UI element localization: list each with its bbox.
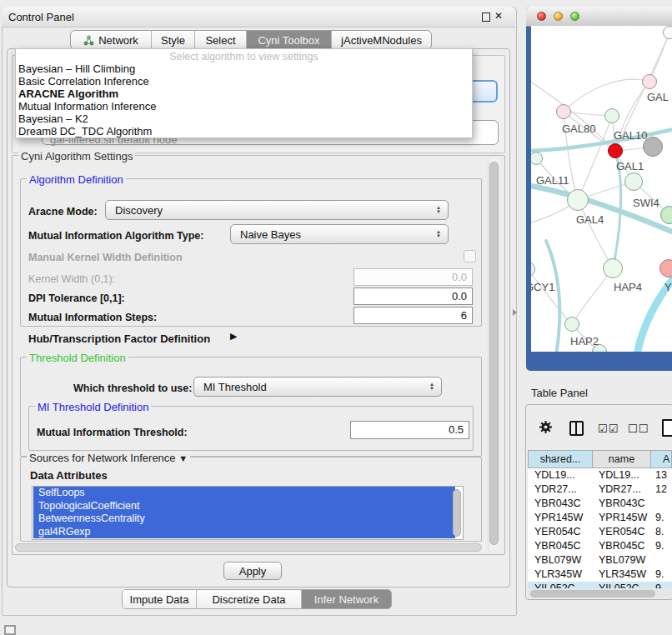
algorithm-option-highlighted[interactable]: ARACNE Algorithm bbox=[18, 88, 118, 100]
mi-threshold-field[interactable]: 0.5 bbox=[350, 421, 469, 439]
node-label: HAP4 bbox=[614, 281, 642, 293]
tab-impute-data[interactable]: Impute Data bbox=[123, 590, 196, 608]
aracne-mode-value: Discovery bbox=[106, 204, 436, 217]
network-node[interactable] bbox=[663, 26, 672, 39]
network-node-pink[interactable] bbox=[659, 259, 672, 278]
control-panel-tabbar: Network Style Select Cyni Toolbox jActiv… bbox=[70, 30, 432, 50]
float-window-icon[interactable] bbox=[482, 12, 490, 22]
network-node-gal1[interactable] bbox=[624, 172, 643, 191]
algorithm-option[interactable]: Bayesian – Hill Climbing bbox=[18, 62, 135, 75]
algorithm-option[interactable]: Basic Correlation Inference bbox=[18, 75, 149, 88]
attribute-item[interactable]: BetweennessCentrality bbox=[33, 512, 455, 526]
dpi-tolerance-label: DPI Tolerance [0,1]: bbox=[28, 292, 125, 304]
network-canvas[interactable]: GAL GAL80 GAL10 GAL11 GAL1 GAL4 SWI4 GCY… bbox=[531, 26, 672, 352]
attribute-item[interactable]: gal4RGexp bbox=[33, 526, 455, 539]
kernel-width-field[interactable]: 0.0 bbox=[354, 268, 473, 286]
network-window-titlebar[interactable] bbox=[526, 7, 672, 27]
combo-stepper-icon: ▲▼ bbox=[436, 230, 448, 238]
attribute-item[interactable]: SelfLoops bbox=[33, 487, 455, 500]
zoom-traffic-light-icon[interactable] bbox=[570, 12, 579, 21]
data-attributes-label: Data Attributes bbox=[30, 469, 108, 482]
algorithm-option[interactable]: Dream8 DC_TDC Algorithm bbox=[18, 125, 152, 138]
tab-select[interactable]: Select bbox=[194, 31, 246, 49]
network-node-gal4[interactable] bbox=[567, 189, 589, 211]
screen: Control Panel ✕ Network Style Select Cyn… bbox=[0, 0, 672, 635]
which-threshold-combo[interactable]: MI Threshold ▲▼ bbox=[193, 377, 442, 397]
network-node-selected-red[interactable] bbox=[608, 143, 623, 158]
split-view-icon[interactable] bbox=[569, 421, 584, 436]
table-row[interactable]: YBR043CYBR043C bbox=[528, 497, 672, 511]
kernel-width-label: Kernel Width (0,1): bbox=[28, 273, 115, 285]
network-node-gal10[interactable] bbox=[604, 108, 619, 123]
table-row[interactable]: YBL079WYBL079W bbox=[528, 553, 672, 568]
table-row[interactable]: YER054CYER054C8. bbox=[528, 525, 672, 539]
algorithm-option[interactable]: Mutual Information Inference bbox=[18, 100, 156, 112]
gear-icon[interactable] bbox=[539, 420, 553, 438]
table-row[interactable]: YIL052CYIL052C9 bbox=[528, 582, 672, 588]
tab-cyni-toolbox[interactable]: Cyni Toolbox bbox=[246, 31, 331, 49]
settings-vertical-scrollbar[interactable] bbox=[488, 158, 499, 550]
tab-infer-network[interactable]: Infer Network bbox=[301, 590, 391, 608]
table-horizontal-scrollbar-thumb[interactable] bbox=[530, 590, 655, 598]
node-label: GAL1 bbox=[616, 160, 644, 172]
minimize-traffic-light-icon[interactable] bbox=[554, 12, 563, 21]
column-header-shared-name[interactable]: shared... bbox=[528, 450, 593, 468]
splitter-handle-icon[interactable] bbox=[513, 309, 517, 316]
table-row[interactable]: YDL19...YDL19...13 bbox=[528, 468, 672, 482]
table-row[interactable]: YDR27...YDR27...12 bbox=[528, 482, 672, 497]
deselect-all-columns-icon[interactable]: ☐☐ bbox=[628, 422, 649, 435]
control-panel-titlebar[interactable] bbox=[2, 7, 515, 28]
settings-horizontal-scrollbar-thumb[interactable] bbox=[15, 543, 482, 552]
close-traffic-light-icon[interactable] bbox=[537, 12, 546, 21]
select-all-columns-icon[interactable]: ☑☑ bbox=[598, 422, 619, 435]
settings-vertical-scrollbar-thumb[interactable] bbox=[489, 162, 499, 545]
sources-group-title[interactable]: Sources for Network Inference ▼ bbox=[27, 452, 190, 464]
network-node-gal80[interactable] bbox=[556, 104, 571, 119]
tab-style[interactable]: Style bbox=[151, 31, 194, 49]
node-label: Y bbox=[664, 281, 672, 293]
mi-type-combo[interactable]: Naive Bayes ▲▼ bbox=[230, 224, 449, 244]
dpi-tolerance-field[interactable]: 0.0 bbox=[354, 288, 473, 305]
network-node[interactable] bbox=[642, 74, 657, 89]
tab-discretize-data[interactable]: Discretize Data bbox=[196, 590, 301, 608]
node-label: SWI4 bbox=[633, 197, 659, 209]
settings-group-title: Cyni Algorithm Settings bbox=[18, 150, 135, 162]
algorithm-dropdown-list: Select algorithm to view settings Bayesi… bbox=[15, 48, 473, 138]
table-row[interactable]: YLR345WYLR345W9. bbox=[528, 568, 672, 582]
aracne-mode-label: Aracne Mode: bbox=[28, 206, 98, 218]
collapsed-arrow-icon[interactable]: ▶ bbox=[230, 331, 237, 342]
mi-threshold-title: MI Threshold Definition bbox=[35, 401, 151, 413]
column-header-clipped[interactable]: A bbox=[650, 450, 672, 468]
node-label: GAL11 bbox=[536, 174, 569, 187]
expanded-arrow-icon: ▼ bbox=[178, 453, 188, 463]
tab-jactivemnodules[interactable]: jActiveMNodules bbox=[331, 31, 431, 49]
settings-horizontal-scrollbar[interactable] bbox=[13, 542, 485, 552]
document-icon[interactable] bbox=[662, 419, 672, 437]
attribute-list-scrollbar-thumb[interactable] bbox=[453, 489, 461, 537]
collapsed-panel-icon[interactable] bbox=[4, 625, 16, 635]
aracne-mode-combo[interactable]: Discovery ▲▼ bbox=[105, 200, 449, 220]
hub-definition-toggle[interactable]: Hub/Transcription Factor Definition bbox=[28, 332, 210, 345]
table-row[interactable]: YBR045CYBR045C9. bbox=[528, 539, 672, 553]
dropdown-placeholder: Select algorithm to view settings bbox=[16, 51, 472, 62]
tab-network[interactable]: Network bbox=[71, 31, 151, 49]
mi-steps-field[interactable]: 6 bbox=[354, 307, 473, 324]
manual-kernel-label: Manual Kernel Width Definition bbox=[28, 252, 183, 263]
mi-type-value: Naive Bayes bbox=[231, 228, 436, 241]
node-label: HAP2 bbox=[570, 335, 599, 348]
table-horizontal-scrollbar[interactable] bbox=[528, 588, 672, 598]
table-rows-viewport: YDL19...YDL19...13 YDR27...YDR27...12 YB… bbox=[528, 468, 672, 588]
network-tab-icon bbox=[83, 35, 94, 46]
column-header-name[interactable]: name bbox=[592, 450, 651, 468]
network-node-hap2[interactable] bbox=[564, 317, 579, 332]
table-row[interactable]: YPR145WYPR145W9. bbox=[528, 511, 672, 525]
close-icon[interactable]: ✕ bbox=[494, 10, 503, 22]
node-label: GAL bbox=[647, 91, 669, 103]
node-label: GAL10 bbox=[614, 129, 647, 142]
manual-kernel-checkbox[interactable] bbox=[464, 250, 476, 262]
algorithm-option[interactable]: Bayesian – K2 bbox=[18, 112, 88, 125]
apply-button[interactable]: Apply bbox=[223, 562, 282, 580]
attribute-item[interactable]: TopologicalCoefficient bbox=[33, 500, 455, 513]
network-node-hap4[interactable] bbox=[603, 258, 623, 278]
bottom-tabbar: Impute Data Discretize Data Infer Networ… bbox=[122, 589, 392, 609]
